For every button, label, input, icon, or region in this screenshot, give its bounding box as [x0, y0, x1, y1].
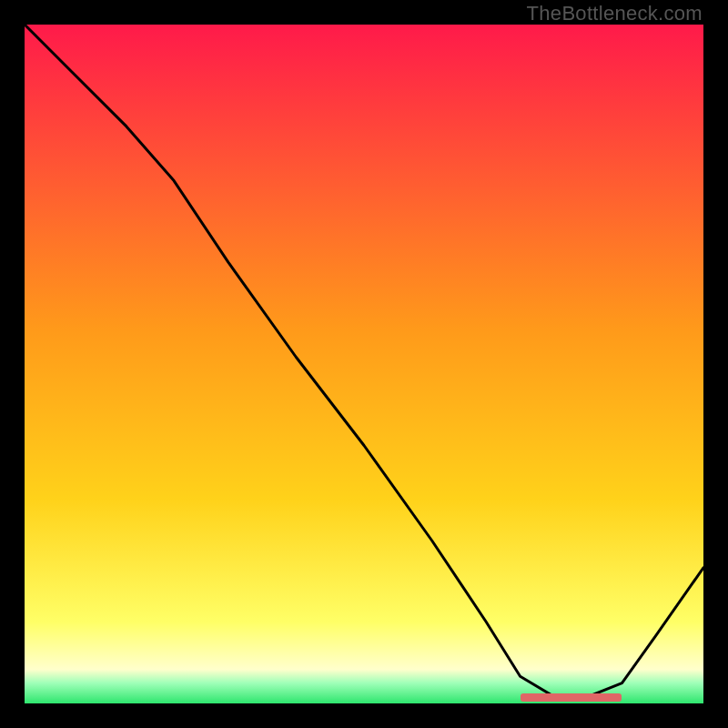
- plot-area: [25, 25, 703, 703]
- chart-root: TheBottleneck.com: [0, 0, 728, 728]
- optimal-range-marker: [521, 693, 622, 702]
- watermark-text: TheBottleneck.com: [527, 2, 703, 25]
- bottleneck-curve: [25, 25, 703, 703]
